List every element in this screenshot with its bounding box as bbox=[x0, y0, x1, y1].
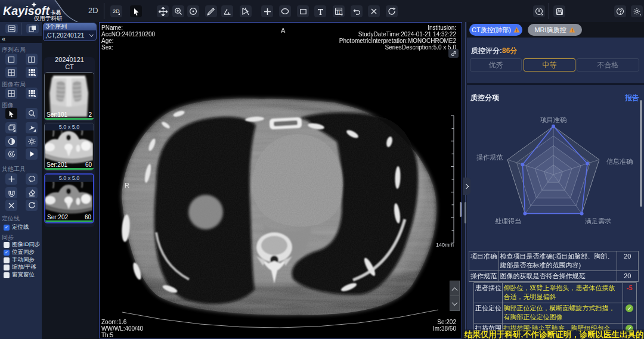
svg-text:2D: 2D bbox=[113, 8, 120, 14]
svg-text:仅用于科研: 仅用于科研 bbox=[33, 15, 63, 21]
svg-text:1: 1 bbox=[338, 11, 340, 14]
svg-text:R: R bbox=[125, 182, 129, 189]
svg-text:处理得当: 处理得当 bbox=[495, 217, 521, 225]
svg-text:140mm: 140mm bbox=[436, 242, 454, 248]
svg-text:满足需求: 满足需求 bbox=[585, 217, 611, 225]
svg-text:A: A bbox=[281, 27, 286, 34]
svg-text:信息准确: 信息准确 bbox=[606, 158, 633, 165]
svg-text:项目准确: 项目准确 bbox=[540, 116, 566, 123]
svg-text:操作规范: 操作规范 bbox=[476, 154, 503, 161]
